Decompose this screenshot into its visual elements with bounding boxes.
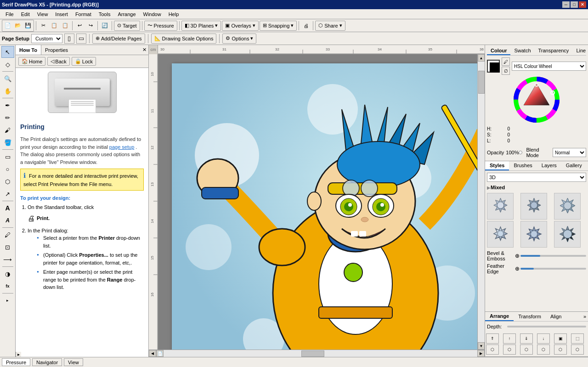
tab-swatch[interactable]: Swatch: [510, 47, 534, 55]
redo-button[interactable]: ↪: [85, 21, 96, 31]
undo-button[interactable]: ↩: [74, 21, 85, 31]
help-panel-close[interactable]: ✕: [141, 46, 148, 54]
arrange-back-button[interactable]: ⇓: [520, 333, 533, 344]
paintbrush-tool[interactable]: 🖌: [1, 124, 14, 136]
share-button[interactable]: ⬡ Share▾: [315, 21, 345, 31]
add-delete-pages-button[interactable]: ⊕ Add/Delete Pages: [92, 34, 145, 44]
opacity-tool[interactable]: ◑: [1, 268, 14, 280]
select-tool[interactable]: ↖: [1, 46, 14, 58]
rotate-button[interactable]: 🔄: [100, 21, 110, 31]
help-lock-button[interactable]: 🔒 Lock: [72, 57, 96, 66]
scroll-thumb-vertical[interactable]: [478, 71, 485, 94]
paste-button[interactable]: 📋: [60, 21, 70, 31]
feather-slider-track[interactable]: [520, 265, 586, 272]
zoom-tool[interactable]: 🔍: [1, 73, 14, 85]
style-item-2[interactable]: [520, 193, 547, 220]
tab-properties[interactable]: Properties: [41, 45, 72, 55]
colour-picker-button[interactable]: 🖊: [502, 57, 510, 66]
align-top-button[interactable]: ⬡: [537, 344, 550, 355]
tab-colour[interactable]: Colour: [487, 47, 510, 55]
tab-brushes[interactable]: Brushes: [509, 161, 537, 170]
fx-tool[interactable]: fx: [1, 280, 14, 292]
portrait-button[interactable]: ▯: [64, 34, 74, 44]
style-item-4[interactable]: [487, 221, 514, 248]
cut-button[interactable]: ✂: [38, 21, 48, 31]
style-item-1[interactable]: [487, 193, 514, 220]
arrange-backward-button[interactable]: ↓: [537, 333, 550, 344]
pen-tool[interactable]: ✒: [1, 99, 14, 111]
tab-arrange[interactable]: Arrange: [485, 312, 514, 321]
align-center-v-button[interactable]: ⬡: [554, 344, 567, 355]
styles-options-button[interactable]: ≡: [587, 161, 588, 170]
page-setup-select[interactable]: Custom: [31, 34, 62, 43]
eyedropper-tool[interactable]: 🖊: [1, 229, 14, 241]
align-center-h-button[interactable]: ⬡: [503, 344, 516, 355]
help-back-button[interactable]: ◁ Back: [47, 57, 69, 66]
landscape-button[interactable]: ▭: [76, 34, 86, 44]
tab-styles[interactable]: Styles: [485, 161, 509, 170]
depth-slider[interactable]: [507, 326, 586, 327]
scroll-down-arrow[interactable]: ▼: [478, 342, 485, 350]
pressure-button[interactable]: 〜 Pressure: [144, 21, 177, 31]
arrange-group-button[interactable]: ▣: [554, 333, 567, 344]
arrange-forward-button[interactable]: ↑: [503, 333, 516, 344]
scroll-up-arrow[interactable]: ▲: [478, 54, 485, 62]
crop-tool[interactable]: ⊡: [1, 241, 14, 253]
bevel-slider[interactable]: [520, 255, 586, 257]
colour-wheel-svg[interactable]: [514, 77, 560, 123]
tab-transform[interactable]: Transform: [514, 312, 546, 321]
pan-tool[interactable]: ✋: [1, 85, 14, 97]
menu-file[interactable]: File: [2, 11, 17, 18]
expand-tools[interactable]: ▸: [1, 294, 14, 306]
window-controls[interactable]: ─ □ ✕: [562, 1, 586, 8]
options-button[interactable]: ⚙ Options▾: [222, 34, 256, 44]
style-item-5[interactable]: [520, 221, 547, 248]
style-item-6[interactable]: [554, 221, 581, 248]
node-tool[interactable]: ◇: [1, 58, 14, 70]
align-bottom-button[interactable]: ⬡: [571, 344, 584, 355]
open-button[interactable]: 📂: [13, 21, 23, 31]
arrange-expand-button[interactable]: »: [582, 313, 588, 320]
menu-edit[interactable]: Edit: [17, 11, 34, 18]
tab-how-to[interactable]: How To: [16, 45, 41, 55]
rect-tool[interactable]: ▭: [1, 151, 14, 163]
tab-layers[interactable]: Layers: [537, 161, 561, 170]
pencil-tool[interactable]: ✏: [1, 112, 14, 124]
3d-planes-button[interactable]: ◧ 3D Planes▾: [181, 21, 221, 31]
style-item-3[interactable]: [554, 193, 581, 220]
align-left-button[interactable]: ⬡: [486, 344, 499, 355]
ellipse-tool[interactable]: ○: [1, 163, 14, 175]
minimize-button[interactable]: ─: [562, 1, 570, 8]
help-expand-button[interactable]: ▸: [16, 352, 21, 357]
opacity-slider-thumb[interactable]: [519, 151, 522, 154]
menu-help[interactable]: Help: [165, 11, 183, 18]
connect-tool[interactable]: ⟶: [1, 254, 14, 265]
colour-wheel-type-select[interactable]: HSL Colour Wheel: [512, 62, 586, 71]
target-button[interactable]: ⊙ Target: [114, 21, 140, 31]
new-button[interactable]: 📄: [3, 21, 13, 31]
close-button[interactable]: ✕: [579, 1, 586, 8]
colour-none-button[interactable]: ∅: [502, 67, 510, 75]
feather-slider[interactable]: [520, 268, 586, 270]
colour-swatch-outer[interactable]: [487, 60, 500, 73]
tab-pressure-bottom[interactable]: Pressure: [2, 358, 30, 366]
print-button[interactable]: 🖨: [301, 21, 311, 31]
depth-slider-track[interactable]: [507, 323, 586, 330]
menu-insert[interactable]: Insert: [51, 11, 72, 18]
tab-gallery[interactable]: Gallery: [561, 161, 587, 170]
tab-align[interactable]: Align: [546, 312, 566, 321]
help-home-button[interactable]: 🏠 Home: [18, 57, 45, 66]
fill-tool[interactable]: 🪣: [1, 136, 14, 148]
menu-view[interactable]: View: [34, 11, 52, 18]
arrange-front-button[interactable]: ⇑: [486, 333, 499, 344]
polygon-tool[interactable]: ⬡: [1, 175, 14, 187]
canvas-content[interactable]: [158, 54, 477, 350]
snapping-button[interactable]: ⊞ Snapping▾: [260, 21, 297, 31]
menu-window[interactable]: Window: [140, 11, 165, 18]
align-right-button[interactable]: ⬡: [520, 344, 533, 355]
menu-format[interactable]: Format: [72, 11, 95, 18]
canvas-scrollbar-vertical[interactable]: ▲ ▼: [477, 54, 485, 350]
maximize-button[interactable]: □: [571, 1, 578, 8]
save-button[interactable]: 💾: [23, 21, 33, 31]
menu-arrange[interactable]: Arrange: [114, 11, 139, 18]
